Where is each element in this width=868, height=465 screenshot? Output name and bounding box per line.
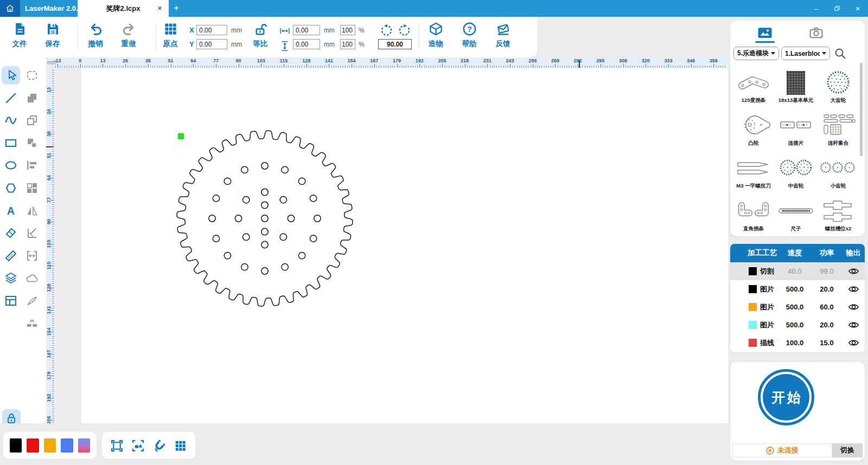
process-power[interactable]: 99.0 (812, 267, 842, 275)
help-button[interactable]: ? 帮助 (456, 22, 482, 49)
x-input[interactable] (196, 25, 227, 35)
process-row[interactable]: 图片 500.0 20.0 (730, 316, 865, 334)
feedback-button[interactable]: 反馈 (490, 22, 516, 49)
union-tool[interactable] (23, 89, 41, 107)
start-point-marker[interactable] (178, 133, 184, 139)
rotate-angle-input[interactable] (378, 39, 412, 49)
output-toggle[interactable] (842, 339, 865, 347)
width-input[interactable] (293, 25, 320, 35)
rotate-ccw-button[interactable] (380, 24, 393, 37)
process-power[interactable]: 60.0 (812, 303, 842, 311)
start-button[interactable]: 开始 (758, 369, 814, 425)
library-item[interactable]: 小齿轮 (817, 148, 859, 191)
process-power[interactable]: 15.0 (812, 339, 842, 347)
protractor-tool[interactable] (23, 224, 41, 242)
polygon-tool[interactable] (2, 179, 20, 197)
process-row[interactable]: 图片 500.0 20.0 (730, 280, 865, 298)
height-pct-input[interactable] (340, 39, 355, 49)
origin-button[interactable]: 原点 (157, 22, 183, 49)
color-swatch-red[interactable] (27, 438, 39, 453)
output-toggle[interactable] (842, 267, 865, 275)
color-swatch-orange[interactable] (44, 438, 56, 453)
process-speed[interactable]: 40.0 (778, 267, 812, 275)
split-tool[interactable] (23, 314, 41, 332)
process-speed[interactable]: 500.0 (778, 321, 812, 329)
process-row[interactable]: 描线 100.0 15.0 (730, 334, 865, 352)
color-swatch-gradient[interactable] (78, 438, 90, 453)
width-pct-input[interactable] (340, 25, 355, 35)
height-input[interactable] (293, 39, 320, 49)
switch-device-button[interactable]: 切换 (832, 443, 863, 457)
library-item[interactable]: 中齿轮 (775, 148, 817, 191)
create-button[interactable]: 造物 (423, 22, 449, 49)
process-speed[interactable]: 500.0 (778, 303, 812, 311)
library-item[interactable]: 直角拐条 (732, 191, 775, 234)
line-tool[interactable] (2, 89, 20, 107)
redo-button[interactable]: 重做 (116, 22, 142, 49)
expand-tool[interactable] (23, 247, 41, 265)
mirror-tool[interactable] (23, 202, 41, 220)
subtract-tool[interactable] (23, 134, 41, 152)
snap-magnet-button[interactable] (152, 439, 166, 453)
library-item[interactable]: M3 一字螺丝刀 (732, 148, 775, 191)
proportional-lock-button[interactable]: 等比 (248, 23, 272, 49)
gear-shape[interactable] (177, 131, 353, 306)
ellipse-tool[interactable] (2, 156, 20, 175)
align-tool[interactable] (23, 156, 41, 175)
text-tool[interactable]: A (2, 202, 20, 220)
y-input[interactable] (196, 39, 227, 49)
marquee-select-tool[interactable] (23, 66, 41, 85)
copy-tool[interactable] (23, 111, 41, 130)
maximize-button[interactable] (827, 0, 847, 17)
minimize-button[interactable]: – (806, 0, 827, 17)
focus-select-button[interactable] (131, 439, 145, 453)
grid-toggle-button[interactable] (174, 439, 187, 453)
library-item[interactable]: 18x13基本单元 (775, 63, 817, 106)
curve-tool[interactable] (2, 111, 20, 130)
ruler-tool[interactable] (2, 247, 20, 265)
canvas-area[interactable] (54, 68, 728, 423)
table-tool[interactable] (2, 292, 20, 310)
library-item[interactable]: 120度拐条 (732, 63, 775, 106)
tab-close-button[interactable]: × (157, 0, 162, 17)
new-tab-button[interactable]: + (169, 0, 183, 17)
library-item[interactable]: 尺子 (775, 191, 817, 234)
select-tool[interactable] (2, 66, 20, 85)
color-swatch-blue[interactable] (61, 438, 73, 453)
connection-status[interactable]: 未连接 (732, 443, 832, 457)
output-toggle[interactable] (842, 303, 865, 311)
cloud-tool[interactable] (23, 269, 41, 287)
color-swatch-black[interactable] (10, 438, 22, 453)
library-item[interactable]: 螺丝槽位x2 (817, 191, 859, 234)
library-item[interactable]: 凸轮 (732, 106, 775, 148)
library-scrollbar[interactable] (860, 63, 863, 156)
category-dropdown[interactable]: 5.乐造模块 (733, 47, 779, 60)
close-button[interactable]: × (847, 0, 868, 17)
process-speed[interactable]: 500.0 (778, 285, 812, 293)
workspace-frame-button[interactable] (110, 439, 124, 453)
library-item[interactable]: 大齿轮 (817, 63, 859, 106)
tab-library[interactable] (754, 25, 776, 40)
arrange-tool[interactable] (23, 179, 41, 197)
process-power[interactable]: 20.0 (812, 285, 842, 293)
output-toggle[interactable] (842, 321, 865, 329)
document-tab[interactable]: 奖牌2.lcpx × (78, 0, 169, 17)
rotate-cw-button[interactable] (398, 24, 411, 37)
undo-button[interactable]: 撤销 (82, 22, 108, 49)
process-speed[interactable]: 100.0 (778, 339, 812, 347)
library-item[interactable]: 连杆集合 (817, 106, 859, 148)
output-toggle[interactable] (842, 285, 865, 293)
process-power[interactable]: 20.0 (812, 321, 842, 329)
file-button[interactable]: 文件 (7, 22, 33, 49)
tab-camera[interactable] (805, 25, 827, 40)
process-row[interactable]: 切割 40.0 99.0 (730, 262, 865, 280)
pen-tool[interactable] (23, 292, 41, 310)
rectangle-tool[interactable] (2, 134, 20, 152)
layers-tool[interactable] (2, 269, 20, 287)
library-item[interactable]: 连接片 (775, 106, 817, 148)
search-button[interactable] (834, 48, 846, 60)
subcategory-dropdown[interactable]: 1.Laserblock (781, 47, 830, 60)
eraser-tool[interactable] (2, 224, 20, 242)
save-button[interactable]: 保存 (40, 22, 66, 49)
home-button[interactable] (0, 0, 20, 17)
